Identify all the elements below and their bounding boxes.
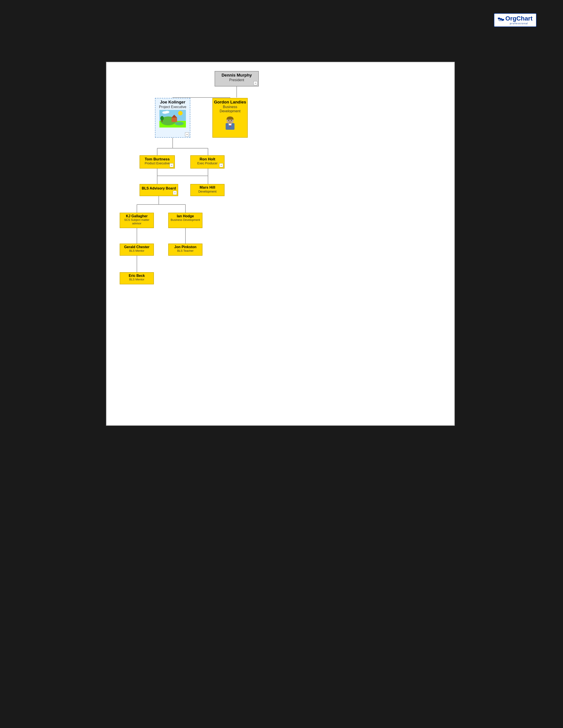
mars-hill-title: Development: [191, 190, 224, 193]
gerald-chester-title: BLS Mentor: [120, 249, 153, 253]
joe-kolinger-title: Project Executive: [155, 105, 190, 109]
svg-point-37: [165, 111, 169, 113]
node-ron-holt[interactable]: Ron Holt Exec Producer −: [190, 155, 224, 169]
dennis-murphy-name: Dennis Murphy: [215, 71, 258, 78]
svg-rect-1: [500, 18, 502, 20]
gordon-landies-name: Gordon Landies: [213, 98, 247, 105]
node-mars-hill[interactable]: Mars Hill Development: [190, 184, 224, 196]
node-bls-advisory[interactable]: BLS Advisory Board −: [139, 184, 178, 196]
kj-gallagher-name: KJ Gallagher: [120, 213, 153, 218]
tom-burtness-title: Product Executive: [140, 161, 174, 165]
eric-beck-name: Eric Beck: [120, 273, 153, 278]
node-gordon-landies[interactable]: Gordon Landies Business Development: [212, 98, 248, 138]
svg-point-35: [160, 116, 164, 120]
ian-hodge-title: Business Development: [169, 218, 202, 222]
tom-burtness-name: Tom Burtness: [140, 156, 174, 161]
svg-point-44: [231, 120, 232, 121]
eric-beck-title: BLS Mentor: [120, 278, 153, 281]
joe-kolinger-name: Joe Kolinger: [155, 98, 190, 105]
logo-sub: professional: [505, 22, 533, 25]
svg-point-38: [175, 122, 184, 125]
svg-rect-0: [498, 18, 500, 19]
kj-gallagher-title: SCS Subject matter advisor: [120, 218, 153, 225]
node-ian-hodge[interactable]: Ian Hodge Business Development: [168, 213, 202, 228]
svg-rect-2: [502, 19, 504, 21]
tom-burtness-collapse[interactable]: −: [169, 163, 173, 167]
gordon-landies-title: Business Development: [213, 105, 247, 113]
svg-point-29: [178, 111, 182, 115]
node-jon-pinkston[interactable]: Jon Pinkston BLS Teacher: [168, 244, 202, 256]
node-tom-burtness[interactable]: Tom Burtness Product Executive −: [139, 155, 175, 169]
mars-hill-name: Mars Hill: [191, 184, 224, 190]
svg-rect-32: [171, 118, 177, 122]
joe-kolinger-collapse[interactable]: −: [185, 132, 189, 136]
bls-advisory-collapse[interactable]: −: [173, 191, 177, 195]
jon-pinkston-name: Jon Pinkston: [169, 244, 202, 249]
page: OrgChart professional: [0, 0, 563, 728]
logo-text: OrgChart: [505, 15, 533, 22]
node-dennis-murphy[interactable]: Dennis Murphy President −: [214, 71, 259, 86]
bls-advisory-name: BLS Advisory Board: [140, 184, 178, 190]
ron-holt-collapse[interactable]: −: [219, 163, 223, 167]
ron-holt-name: Ron Holt: [191, 156, 224, 161]
jon-pinkston-title: BLS Teacher: [169, 249, 202, 253]
gordon-landies-image: [213, 114, 247, 132]
dennis-murphy-title: President: [215, 78, 258, 82]
node-joe-kolinger[interactable]: Joe Kolinger Project Executive: [155, 98, 190, 138]
orgchart-logo-icon: [498, 18, 504, 23]
chart-area: Dennis Murphy President − Joe Kolinger P…: [106, 62, 455, 426]
dennis-murphy-collapse[interactable]: −: [253, 81, 257, 85]
svg-point-43: [228, 120, 229, 121]
logo-container: OrgChart professional: [494, 13, 537, 27]
node-gerald-chester[interactable]: Gerald Chester BLS Mentor: [120, 244, 154, 256]
joe-kolinger-image: [155, 110, 190, 128]
node-kj-gallagher[interactable]: KJ Gallagher SCS Subject matter advisor: [120, 213, 154, 228]
ian-hodge-name: Ian Hodge: [169, 213, 202, 218]
node-eric-beck[interactable]: Eric Beck BLS Mentor: [120, 272, 154, 284]
gerald-chester-name: Gerald Chester: [120, 244, 153, 249]
